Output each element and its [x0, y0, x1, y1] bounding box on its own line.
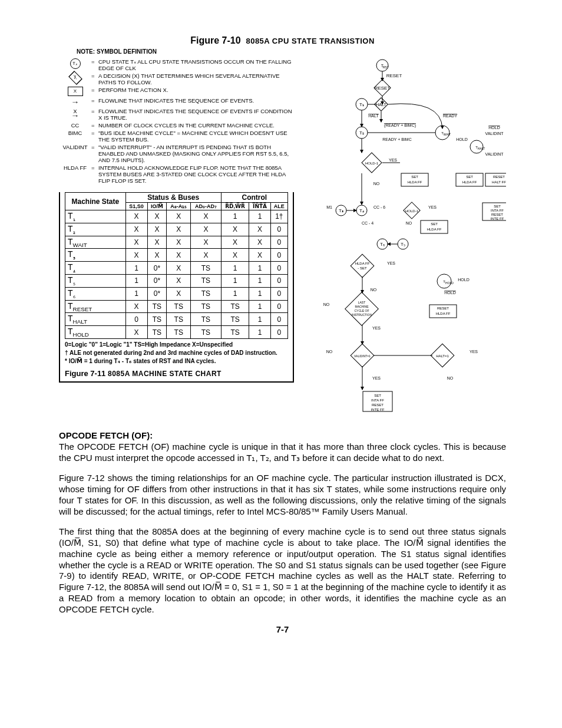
column-header: I̅N̅T̅A̅ — [249, 203, 270, 210]
col-machine-state: Machine State — [65, 193, 126, 210]
svg-text:HLDA FF: HLDA FF — [462, 180, 477, 184]
table-cell: X — [221, 236, 249, 249]
table-cell: 0 — [270, 313, 287, 326]
note-legend: 0=Logic "0" 1=Logic "1" TS=High Impedanc… — [65, 341, 288, 348]
legend-definition: NUMBER OF CLOCK CYCLES IN THE CURRENT MA… — [98, 122, 294, 129]
legend-definition: "VALID INTERRUPT" - AN INTERRUPT IS PEND… — [98, 144, 294, 163]
equals: = — [91, 97, 98, 107]
legend-definition: "BUS IDLE MACHINE CYCLE" = MACHINE CYCLE… — [98, 130, 294, 143]
svg-text:- SET: - SET — [358, 266, 367, 270]
table-row: TRESETXTSTSTSTS10 — [65, 300, 288, 313]
svg-text:CYCLE OF: CYCLE OF — [354, 309, 369, 312]
table-cell: X — [147, 236, 167, 249]
table-cell: 1 — [249, 287, 270, 300]
svg-text:HOLD: HOLD — [458, 278, 469, 282]
table-cell: TS — [191, 287, 221, 300]
table-cell: 0* — [147, 287, 167, 300]
svg-text:INTE FF: INTE FF — [491, 217, 504, 220]
col-group-status: Status & Buses — [125, 193, 221, 203]
svg-text:SET: SET — [494, 205, 501, 208]
table-cell: 0 — [270, 326, 287, 339]
table-cell: X — [167, 223, 191, 236]
table-cell: X — [191, 249, 221, 262]
svg-text:HOLD: HOLD — [456, 137, 467, 141]
svg-text:YES: YES — [389, 158, 397, 162]
equals: = — [91, 164, 98, 184]
svg-text:MACHINE: MACHINE — [355, 305, 369, 308]
table-cell: X — [249, 223, 270, 236]
svg-text:T₁: T₁ — [359, 102, 364, 107]
svg-text:HOLD: HOLD — [488, 126, 500, 130]
svg-text:HLDA FF: HLDA FF — [427, 228, 442, 231]
table-cell: X — [167, 210, 191, 223]
equals: = — [91, 87, 98, 96]
legend-symbol: VALIDINT — [59, 144, 91, 163]
table-cell: X — [167, 236, 191, 249]
svg-text:RESET: RESET — [375, 85, 391, 91]
table-row: T₃XXXXXX0 — [65, 249, 288, 262]
svg-text:SET: SET — [374, 394, 381, 397]
table-row: T₅10*XTS110 — [65, 274, 288, 287]
table-cell: X — [147, 223, 167, 236]
svg-text:T₂: T₂ — [359, 130, 364, 136]
column-header: R̅D̅,W̅R̅ — [221, 203, 249, 210]
legend-definition: CPU STATE Tₓ ALL CPU STATE TRANSISTIONS … — [98, 58, 294, 71]
machine-state-table: Machine State Status & Buses Control S1,… — [65, 192, 288, 339]
table-cell: TS — [221, 300, 249, 313]
table-cell: X — [191, 210, 221, 223]
table-cell: X — [249, 249, 270, 262]
table-cell: 0* — [147, 274, 167, 287]
equals: = — [91, 122, 98, 129]
legend-definition: FLOWLINE THAT INDICATES THE SEQUENCE OF … — [98, 108, 294, 121]
table-cell: TS — [167, 326, 191, 339]
state-label: TRESET — [65, 300, 126, 313]
figure-11-subtitle: 8085A MACHINE STATE CHART — [108, 370, 222, 378]
svg-text:HALT=1: HALT=1 — [436, 354, 449, 358]
table-cell: X — [249, 236, 270, 249]
note-heading: NOTE: SYMBOL DEFINITION — [77, 48, 506, 55]
paragraph-2: Figure 7-12 shows the timing relationshi… — [59, 473, 506, 517]
table-row: T₆10*XTS110 — [65, 287, 288, 300]
col-group-control: Control — [221, 193, 287, 203]
svg-text:NO: NO — [323, 302, 330, 307]
figure-11-label: Figure 7-11 — [65, 369, 105, 378]
state-table-wrap: Machine State Status & Buses Control S1,… — [59, 192, 294, 383]
equals: = — [91, 73, 98, 85]
table-cell: TS — [191, 274, 221, 287]
svg-text:(READY + BIMC): (READY + BIMC) — [384, 123, 416, 128]
svg-text:NO: NO — [447, 376, 454, 380]
state-label: T₆ — [65, 287, 126, 300]
legend-symbol: X — [59, 73, 91, 85]
column-header: S1,S0 — [125, 203, 147, 210]
svg-text:NO: NO — [326, 350, 333, 354]
state-transition-diagram: TRST RESET RESET T₁ HALT HALT READY — [306, 58, 506, 418]
legend-symbol: X — [59, 87, 91, 96]
table-cell: X — [125, 326, 147, 339]
svg-text:YES: YES — [372, 376, 381, 380]
table-cell: 1 — [249, 262, 270, 275]
svg-text:HALT: HALT — [376, 103, 386, 107]
table-cell: X — [167, 249, 191, 262]
svg-text:NO: NO — [406, 221, 412, 225]
svg-text:INTA FF: INTA FF — [371, 398, 384, 402]
note-star: * IO/M̅ = 1 during T₄ - T₆ states of RST… — [65, 358, 288, 364]
legend-row: BIMC = "BUS IDLE MACHINE CYCLE" = MACHIN… — [59, 130, 294, 143]
legend-symbol: CC — [59, 122, 91, 129]
equals: = — [91, 58, 98, 71]
table-cell: TS — [221, 313, 249, 326]
equals: = — [91, 108, 98, 121]
table-row: THALT0TSTSTSTS10 — [65, 313, 288, 326]
legend-row: X = A DECISION (X) THAT DETERMINES WHICH… — [59, 73, 294, 85]
legend-definition: FLOWLINE THAT INDICATES THE SEQUENCE OF … — [98, 97, 294, 107]
table-cell: 1† — [270, 210, 287, 223]
svg-text:VALIDINT: VALIDINT — [485, 152, 504, 156]
table-notes: 0=Logic "0" 1=Logic "1" TS=High Impedanc… — [65, 341, 288, 364]
state-label: T₃ — [65, 249, 126, 262]
table-cell: 1 — [221, 262, 249, 275]
equals: = — [91, 144, 98, 163]
table-cell: 0 — [270, 300, 287, 313]
table-row: TWAITXXXXXX0 — [65, 236, 288, 249]
symbol-legend: Tₓ = CPU STATE Tₓ ALL CPU STATE TRANSIST… — [59, 58, 294, 184]
svg-text:M1: M1 — [326, 205, 332, 209]
table-cell: TS — [191, 326, 221, 339]
